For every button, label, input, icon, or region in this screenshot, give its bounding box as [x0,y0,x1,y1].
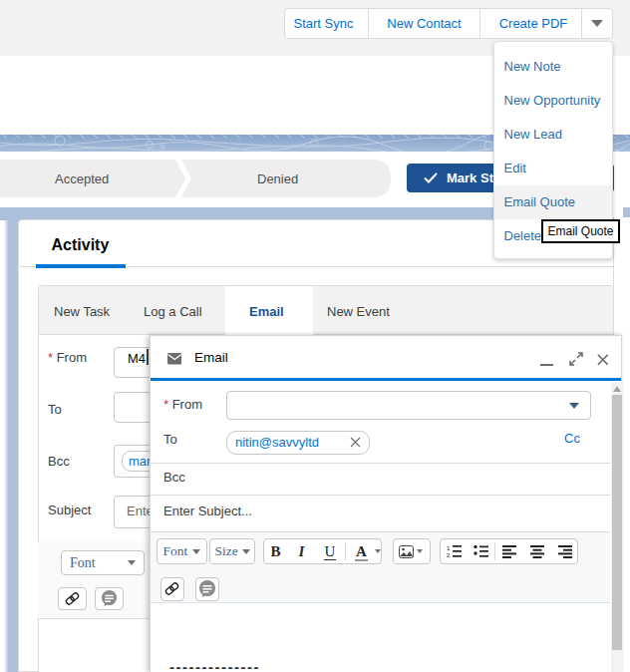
svg-text:2: 2 [447,552,451,558]
svg-text:1: 1 [447,545,451,551]
